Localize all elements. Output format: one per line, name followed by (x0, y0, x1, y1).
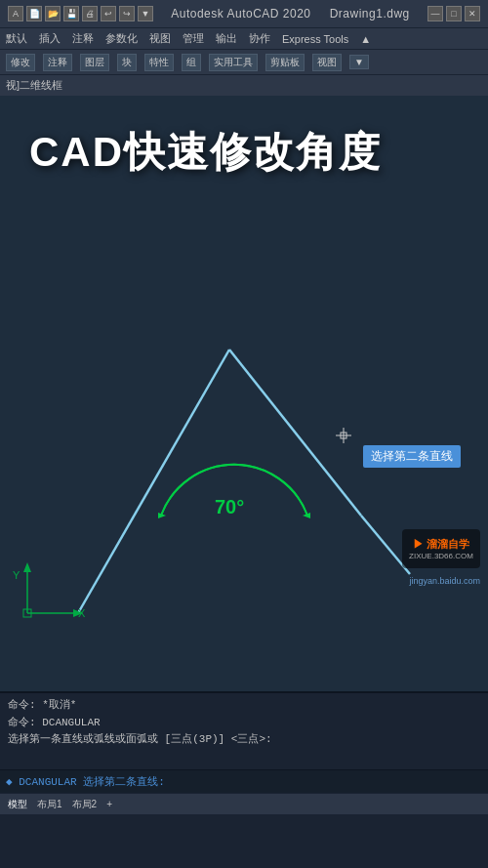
svg-text:X: X (78, 607, 86, 619)
watermark-subtitle: ZIXUE.3D66.COM (409, 552, 473, 560)
baidu-link: jingyan.baidu.com (409, 576, 480, 586)
menu-bar: 默认 插入 注释 参数化 视图 管理 输出 协作 Express Tools ▲ (0, 27, 488, 49)
title-text: Autodesk AutoCAD 2020 Drawing1.dwg (159, 7, 422, 21)
svg-text:Y: Y (13, 569, 20, 581)
undo-icon[interactable]: ↩ (101, 6, 116, 21)
cmd-line-3: 选择第一条直线或弧线或面弧或 [三点(3P)] <三点>: (8, 731, 480, 749)
tool-view[interactable]: 视图 (312, 54, 342, 71)
view-mode[interactable]: 视]二维线框 (6, 78, 62, 93)
new-icon[interactable]: 📄 (26, 6, 42, 21)
menu-manage[interactable]: 管理 (183, 31, 204, 46)
drawing-area[interactable]: CAD快速修改角度 70° Y X (0, 96, 488, 691)
tool-modify[interactable]: 修改 (6, 54, 35, 71)
cmd-line-2: 命令: DCANGULAR (8, 715, 480, 732)
status-bar: 模型 布局1 布局2 + (0, 793, 488, 814)
window-icons: A 📄 📂 💾 🖨 ↩ ↪ ▼ (8, 6, 153, 21)
toolbar: 修改 注释 图层 块 特性 组 实用工具 剪贴板 视图 ▼ (0, 49, 488, 74)
print-icon[interactable]: 🖨 (82, 6, 98, 21)
tool-block[interactable]: 块 (117, 54, 137, 71)
minimize-button[interactable]: — (427, 6, 443, 21)
command-input-label: ◆ DCANGULAR 选择第二条直线: (6, 774, 165, 789)
app-icon: A (8, 6, 23, 21)
window-controls: — □ ✕ (427, 6, 480, 21)
tool-utility[interactable]: 实用工具 (209, 54, 258, 71)
status-add[interactable]: + (106, 799, 112, 809)
status-model[interactable]: 模型 (8, 798, 27, 811)
dropdown-icon[interactable]: ▼ (138, 6, 153, 21)
menu-collab[interactable]: 协作 (249, 31, 270, 46)
menu-express[interactable]: Express Tools (282, 33, 348, 45)
tooltip-select-line: 选择第二条直线 (363, 445, 461, 468)
tool-clipboard[interactable]: 剪贴板 (265, 54, 305, 71)
status-layout2[interactable]: 布局2 (72, 798, 98, 811)
maximize-button[interactable]: □ (446, 6, 462, 21)
tool-more[interactable]: ▼ (349, 55, 369, 69)
menu-more[interactable]: ▲ (360, 33, 371, 45)
menu-default[interactable]: 默认 (6, 31, 27, 46)
menu-insert[interactable]: 插入 (39, 31, 61, 46)
save-icon[interactable]: 💾 (63, 6, 79, 21)
tool-properties[interactable]: 特性 (144, 54, 174, 71)
cad-drawing: 70° Y X (0, 96, 488, 691)
sub-menu-bar: 视]二维线框 (0, 74, 488, 96)
svg-marker-7 (23, 562, 31, 572)
menu-annotate[interactable]: 注释 (72, 31, 94, 46)
svg-line-0 (78, 350, 229, 613)
svg-text:70°: 70° (215, 496, 244, 517)
status-layout1[interactable]: 布局1 (37, 798, 62, 811)
tool-layer[interactable]: 图层 (80, 54, 109, 71)
title-bar: A 📄 📂 💾 🖨 ↩ ↪ ▼ Autodesk AutoCAD 2020 Dr… (0, 0, 488, 27)
menu-view[interactable]: 视图 (149, 31, 171, 46)
command-area: 命令: *取消* 命令: DCANGULAR 选择第一条直线或弧线或面弧或 [三… (0, 691, 488, 769)
command-input-bar[interactable]: ◆ DCANGULAR 选择第二条直线: (0, 769, 488, 793)
redo-icon[interactable]: ↪ (119, 6, 135, 21)
tool-group[interactable]: 组 (182, 54, 201, 71)
close-button[interactable]: ✕ (465, 6, 480, 21)
tool-annotate[interactable]: 注释 (43, 54, 72, 71)
open-icon[interactable]: 📂 (45, 6, 61, 21)
menu-output[interactable]: 输出 (216, 31, 237, 46)
watermark: ▶ 溜溜自学 ZIXUE.3D66.COM (402, 529, 480, 568)
menu-parametric[interactable]: 参数化 (105, 31, 138, 46)
watermark-logo: ▶ 溜溜自学 (413, 537, 469, 552)
cmd-line-1: 命令: *取消* (8, 697, 480, 715)
